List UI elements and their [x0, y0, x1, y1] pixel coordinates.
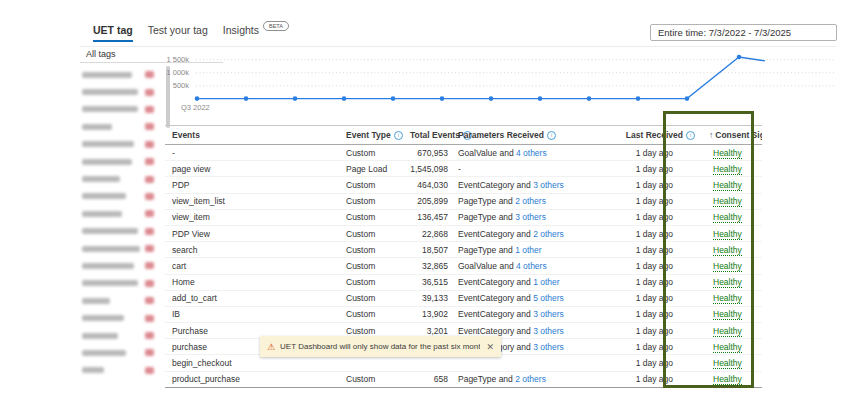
toast-close-icon[interactable]: ✕ — [486, 342, 494, 352]
consent-healthy-link[interactable]: Healthy — [713, 212, 742, 223]
consent-healthy-link[interactable]: Healthy — [713, 326, 742, 337]
sidebar-item-blurred[interactable] — [82, 66, 154, 83]
chart-data-point[interactable] — [489, 96, 494, 101]
tag-name-blurred — [82, 280, 138, 286]
tab-insights[interactable]: InsightsBETA — [223, 24, 289, 41]
chart-data-point[interactable] — [685, 96, 690, 101]
cell-parameters-received: EventCategory and 3 others — [455, 177, 588, 193]
chart-data-point[interactable] — [587, 96, 592, 101]
params-others-link[interactable]: 4 others — [516, 261, 547, 271]
cell-last-received: 1 day ago — [588, 161, 699, 177]
tag-status-badge — [145, 228, 154, 235]
sidebar-item-blurred[interactable] — [82, 257, 154, 274]
cell-event-type: Custom — [342, 290, 406, 306]
sidebar-item-blurred[interactable] — [82, 223, 154, 240]
params-others-link[interactable]: 5 others — [533, 293, 564, 303]
consent-healthy-link[interactable]: Healthy — [713, 358, 742, 369]
tag-status-badge — [145, 210, 154, 217]
sidebar-item-blurred[interactable] — [82, 344, 154, 361]
chart-data-point[interactable] — [293, 96, 298, 101]
tag-name-blurred — [82, 124, 112, 130]
tag-status-badge — [145, 193, 154, 200]
consent-healthy-link[interactable]: Healthy — [713, 245, 742, 256]
params-others-link[interactable]: 2 others — [533, 229, 564, 239]
cell-last-received: 1 day ago — [588, 274, 699, 290]
chart-data-point[interactable] — [636, 96, 641, 101]
sidebar-item-blurred[interactable] — [82, 240, 154, 257]
chart-data-point[interactable] — [391, 96, 396, 101]
params-others-link[interactable]: 2 others — [515, 374, 546, 384]
sidebar-item-blurred[interactable] — [82, 170, 154, 187]
sidebar-item-blurred[interactable] — [82, 83, 154, 100]
table-header-event-type[interactable]: Event Typei — [342, 126, 406, 145]
cell-event-name: - — [165, 145, 342, 161]
table-header-parameters-received[interactable]: Parameters Receivedi — [455, 126, 588, 145]
consent-healthy-link[interactable]: Healthy — [713, 342, 742, 353]
table-header-total-events[interactable]: Total Eventsi — [406, 126, 455, 145]
consent-healthy-link[interactable]: Healthy — [713, 164, 742, 175]
consent-healthy-link[interactable]: Healthy — [713, 180, 742, 191]
chart-data-point[interactable] — [737, 55, 742, 60]
tag-status-badge — [145, 349, 154, 356]
info-icon[interactable]: i — [547, 131, 556, 140]
consent-healthy-link[interactable]: Healthy — [713, 261, 742, 272]
tab-test-your-tag[interactable]: Test your tag — [148, 24, 208, 40]
table-header-last-received[interactable]: Last Receivedi — [588, 126, 699, 145]
params-others-link[interactable]: 3 others — [515, 212, 546, 222]
cell-event-name: IB — [165, 306, 342, 322]
sidebar-item-blurred[interactable] — [82, 136, 154, 153]
consent-healthy-link[interactable]: Healthy — [713, 196, 742, 207]
cell-event-name: product_purchase — [165, 371, 342, 387]
params-others-link[interactable]: 3 others — [533, 309, 564, 319]
info-icon[interactable]: i — [394, 131, 403, 140]
consent-healthy-link[interactable]: Healthy — [713, 374, 742, 385]
cell-event-name: add_to_cart — [165, 290, 342, 306]
params-others-link[interactable]: 1 other — [533, 277, 559, 287]
params-others-link[interactable]: 1 other — [515, 245, 541, 255]
consent-healthy-link[interactable]: Healthy — [713, 148, 742, 159]
params-others-link[interactable]: 3 others — [533, 342, 564, 352]
chart-y-axis-label: 500k — [173, 81, 190, 90]
sidebar-item-blurred[interactable] — [82, 188, 154, 205]
cell-event-name: page view — [165, 161, 342, 177]
tag-status-badge — [145, 123, 154, 130]
chart-data-point[interactable] — [342, 96, 347, 101]
params-others-link[interactable]: 3 others — [533, 180, 564, 190]
params-others-link[interactable]: 4 others — [516, 148, 547, 158]
cell-parameters-received: EventCategory and 3 others — [455, 306, 588, 322]
chart-data-point[interactable] — [244, 96, 249, 101]
consent-healthy-link[interactable]: Healthy — [713, 277, 742, 288]
consent-healthy-link[interactable]: Healthy — [713, 229, 742, 240]
cell-last-received: 1 day ago — [588, 225, 699, 241]
warning-icon: ⚠ — [267, 342, 275, 352]
consent-healthy-link[interactable]: Healthy — [713, 309, 742, 320]
sidebar-item-blurred[interactable] — [82, 205, 154, 222]
chart-data-point[interactable] — [440, 96, 445, 101]
table-row: HomeCustom36,515EventCategory and 1 othe… — [165, 274, 762, 290]
cell-event-type: Custom — [342, 242, 406, 258]
sidebar-item-blurred[interactable] — [82, 118, 154, 135]
params-others-link[interactable]: 2 others — [515, 196, 546, 206]
table-header-events[interactable]: Events — [165, 126, 342, 145]
cell-event-name: view_item_list — [165, 193, 342, 209]
sidebar-item-blurred[interactable] — [82, 362, 154, 379]
sidebar-item-blurred[interactable] — [82, 327, 154, 344]
params-others-link[interactable]: 3 others — [533, 326, 564, 336]
cell-consent-signal: Healthy — [699, 371, 762, 387]
table-header-consent-signal[interactable]: ↑Consent Signali — [699, 126, 762, 145]
sidebar-item-blurred[interactable] — [82, 275, 154, 292]
tab-uet-tag[interactable]: UET tag — [93, 24, 133, 42]
cell-parameters-received: GoalValue and 4 others — [455, 145, 588, 161]
tag-status-badge — [145, 176, 154, 183]
sidebar-item-blurred[interactable] — [82, 153, 154, 170]
date-range-selector[interactable]: Entire time: 7/3/2022 - 7/3/2025 — [650, 24, 837, 41]
chart-data-point[interactable] — [195, 96, 200, 101]
info-icon[interactable]: i — [686, 131, 695, 140]
chart-data-point[interactable] — [538, 96, 543, 101]
sidebar-item-blurred[interactable] — [82, 101, 154, 118]
cell-consent-signal: Healthy — [699, 339, 762, 355]
consent-healthy-link[interactable]: Healthy — [713, 293, 742, 304]
sidebar-item-blurred[interactable] — [82, 309, 154, 326]
sidebar-item-blurred[interactable] — [82, 292, 154, 309]
cell-consent-signal: Healthy — [699, 274, 762, 290]
